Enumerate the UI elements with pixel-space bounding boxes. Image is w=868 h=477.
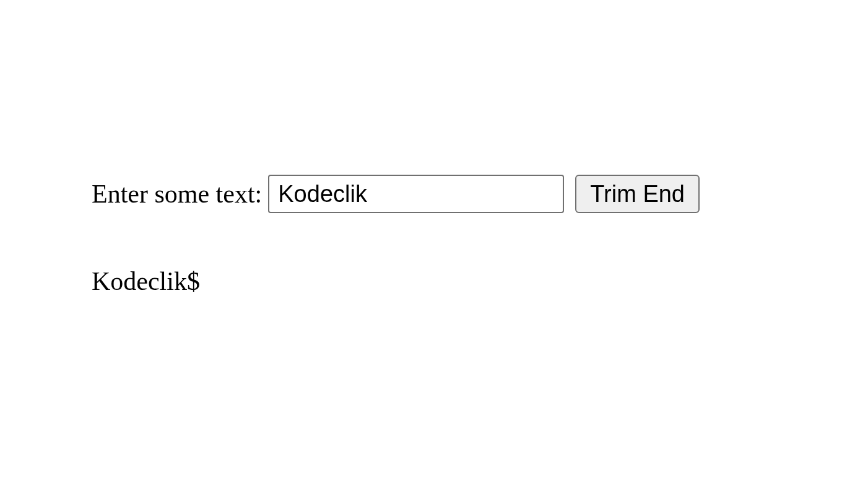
main-container: Enter some text: Trim End Kodeclik$ — [0, 0, 868, 296]
form-row: Enter some text: Trim End — [92, 175, 868, 213]
output-text: Kodeclik$ — [92, 266, 868, 296]
input-label: Enter some text: — [92, 179, 262, 209]
trim-end-button[interactable]: Trim End — [575, 175, 700, 213]
text-input[interactable] — [268, 175, 564, 213]
